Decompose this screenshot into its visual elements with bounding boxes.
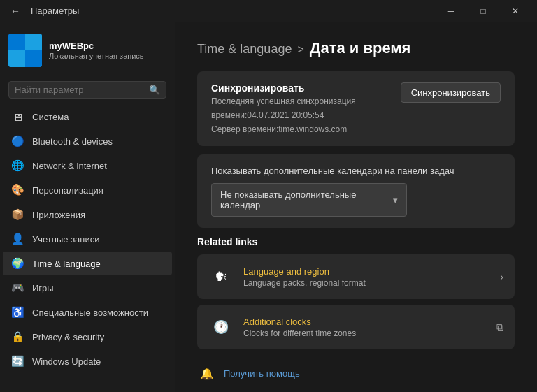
footer-link-help[interactable]: 🔔 Получить помощь xyxy=(197,361,515,386)
avatar xyxy=(8,34,42,67)
footer-links-list: 🔔 Получить помощь 👤 Отправить отзыв xyxy=(197,361,515,392)
footer-icon-help: 🔔 xyxy=(197,363,217,383)
sidebar-icon-accounts: 👤 xyxy=(11,233,24,245)
breadcrumb-parent: Time & language xyxy=(197,42,292,57)
user-name: myWEBpc xyxy=(49,41,144,51)
footer-text-help: Получить помощь xyxy=(224,368,300,379)
calendar-dropdown[interactable]: Не показывать дополнительные календар ▾ xyxy=(211,183,407,217)
sidebar-item-gaming[interactable]: 🎮 Игры xyxy=(3,276,172,300)
sidebar-item-bluetooth[interactable]: 🔵 Bluetooth & devices xyxy=(3,129,172,153)
sync-card: Синхронизировать Последняя успешная синх… xyxy=(197,71,515,146)
related-links-list: 🗣 Language and region Language packs, re… xyxy=(197,254,515,349)
sidebar: myWEBpc Локальная учетная запись 🔍 🖥 Сис… xyxy=(0,22,175,392)
sidebar-icon-personalization: 🎨 xyxy=(11,184,24,196)
link-arrow-clocks: ⧉ xyxy=(496,321,503,333)
sidebar-item-network[interactable]: 🌐 Network & internet xyxy=(3,154,172,177)
user-info: myWEBpc Локальная учетная запись xyxy=(49,41,144,60)
user-profile[interactable]: myWEBpc Локальная учетная запись xyxy=(0,22,175,78)
sidebar-item-accessibility[interactable]: ♿ Специальные возможности xyxy=(3,300,172,324)
sidebar-label-privacy: Privacy & security xyxy=(32,332,104,342)
search-box[interactable]: 🔍 xyxy=(8,81,166,99)
sidebar-icon-system: 🖥 xyxy=(11,110,24,123)
sidebar-label-accessibility: Специальные возможности xyxy=(32,307,148,318)
search-input[interactable] xyxy=(15,85,145,95)
sync-info: Синхронизировать Последняя успешная синх… xyxy=(211,82,356,135)
main-content: Time & language > Дата и время Синхрониз… xyxy=(175,22,537,392)
footer-link-feedback[interactable]: 👤 Отправить отзыв xyxy=(197,386,515,392)
sync-row: Синхронизировать Последняя успешная синх… xyxy=(211,82,501,135)
calendar-label: Показывать дополнительные календари на п… xyxy=(211,166,501,176)
main-layout: myWEBpc Локальная учетная запись 🔍 🖥 Сис… xyxy=(0,22,537,392)
link-info-language: Language and region Language packs, regi… xyxy=(243,266,490,288)
sync-detail-2: времени:04.07.2021 20:05:54 xyxy=(211,110,356,122)
app-title: Параметры xyxy=(31,6,435,16)
page-title: Дата и время xyxy=(310,39,411,57)
sidebar-item-apps[interactable]: 📦 Приложения xyxy=(3,203,172,226)
link-arrow-language: › xyxy=(500,271,503,282)
sync-button[interactable]: Синхронизировать xyxy=(401,82,501,103)
sidebar-label-bluetooth: Bluetooth & devices xyxy=(32,136,113,147)
window-controls: ─ □ ✕ xyxy=(435,0,531,22)
link-sub-language: Language packs, regional format xyxy=(243,278,490,288)
calendar-card: Показывать дополнительные календари на п… xyxy=(197,154,515,228)
chevron-down-icon: ▾ xyxy=(393,195,398,205)
sidebar-label-accounts: Учетные записи xyxy=(32,234,99,245)
footer-icon-feedback: 👤 xyxy=(197,389,217,392)
sidebar-label-time: Time & language xyxy=(32,259,101,269)
sidebar-icon-update: 🔄 xyxy=(11,355,24,368)
sidebar-icon-accessibility: ♿ xyxy=(11,306,24,319)
sidebar-item-accounts[interactable]: 👤 Учетные записи xyxy=(3,227,172,251)
related-links-section: Related links 🗣 Language and region Lang… xyxy=(197,236,515,349)
sidebar-icon-bluetooth: 🔵 xyxy=(11,135,24,147)
link-title-language: Language and region xyxy=(243,266,490,277)
sidebar-label-personalization: Персонализация xyxy=(32,185,103,196)
sidebar-item-time[interactable]: 🌍 Time & language xyxy=(3,252,172,275)
breadcrumb-arrow: > xyxy=(297,43,303,56)
sidebar-label-gaming: Игры xyxy=(32,283,54,293)
back-button[interactable]: ← xyxy=(6,1,25,21)
link-icon-clocks: 🕐 xyxy=(208,314,234,340)
sidebar-icon-gaming: 🎮 xyxy=(11,282,24,294)
related-links-title: Related links xyxy=(197,236,515,247)
sidebar-icon-privacy: 🔒 xyxy=(11,331,24,343)
link-info-clocks: Additional clocks Clocks for different t… xyxy=(243,317,487,338)
footer-links: 🔔 Получить помощь 👤 Отправить отзыв xyxy=(197,361,515,392)
link-title-clocks: Additional clocks xyxy=(243,317,487,327)
sidebar-item-privacy[interactable]: 🔒 Privacy & security xyxy=(3,325,172,349)
calendar-dropdown-value: Не показывать дополнительные календар xyxy=(220,189,387,210)
link-card-clocks[interactable]: 🕐 Additional clocks Clocks for different… xyxy=(197,305,515,349)
link-icon-language: 🗣 xyxy=(208,264,234,289)
sidebar-label-apps: Приложения xyxy=(32,210,85,220)
page-header: Time & language > Дата и время xyxy=(197,39,515,57)
sidebar-icon-network: 🌐 xyxy=(11,159,24,172)
sidebar-nav: 🖥 Система 🔵 Bluetooth & devices 🌐 Networ… xyxy=(0,104,175,374)
sidebar-label-update: Windows Update xyxy=(32,356,101,367)
sidebar-item-system[interactable]: 🖥 Система xyxy=(3,105,172,129)
user-role: Локальная учетная запись xyxy=(49,52,144,60)
sync-detail-1: Последняя успешная синхронизация xyxy=(211,96,356,108)
close-button[interactable]: ✕ xyxy=(499,0,531,22)
sidebar-icon-apps: 📦 xyxy=(11,208,24,221)
sync-title: Синхронизировать xyxy=(211,82,356,94)
sidebar-icon-time: 🌍 xyxy=(11,257,24,270)
search-icon: 🔍 xyxy=(149,85,160,95)
sidebar-item-personalization[interactable]: 🎨 Персонализация xyxy=(3,178,172,202)
sidebar-label-system: Система xyxy=(32,112,69,122)
sidebar-label-network: Network & internet xyxy=(32,161,107,171)
link-sub-clocks: Clocks for different time zones xyxy=(243,328,487,338)
sync-detail-3: Сервер времени:time.windows.com xyxy=(211,124,356,136)
sidebar-item-update[interactable]: 🔄 Windows Update xyxy=(3,349,172,373)
titlebar: ← Параметры ─ □ ✕ xyxy=(0,0,537,22)
link-card-language[interactable]: 🗣 Language and region Language packs, re… xyxy=(197,254,515,299)
maximize-button[interactable]: □ xyxy=(467,0,499,22)
minimize-button[interactable]: ─ xyxy=(435,0,467,22)
